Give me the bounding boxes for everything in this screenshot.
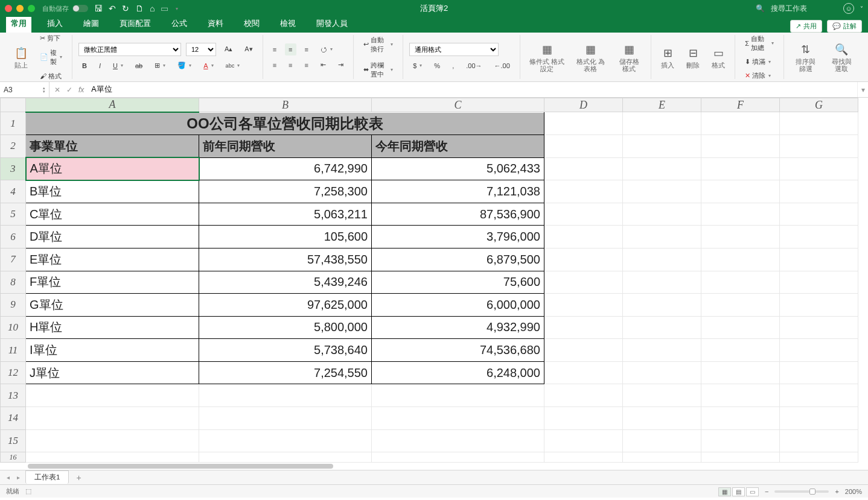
cell[interactable] bbox=[701, 112, 780, 135]
cell[interactable] bbox=[701, 384, 780, 407]
cell[interactable] bbox=[780, 180, 858, 203]
feedback-icon[interactable]: ☺ bbox=[843, 3, 854, 14]
cell[interactable] bbox=[372, 407, 544, 430]
percent-button[interactable]: % bbox=[430, 60, 444, 72]
cell-A7[interactable]: E單位 bbox=[26, 248, 199, 271]
phonetic-button[interactable]: abc bbox=[222, 60, 244, 72]
redo-icon[interactable]: ↻ bbox=[122, 4, 129, 13]
row-header-12[interactable]: 12 bbox=[1, 361, 26, 384]
cell[interactable] bbox=[623, 112, 701, 135]
accept-formula-icon[interactable]: ✓ bbox=[66, 86, 72, 94]
autosave-toggle[interactable] bbox=[72, 5, 88, 12]
cell-B9[interactable]: 97,625,000 bbox=[199, 294, 372, 317]
home-icon[interactable]: ⌂ bbox=[150, 4, 155, 13]
cell[interactable] bbox=[780, 339, 858, 362]
bold-button[interactable]: B bbox=[78, 60, 91, 72]
increase-decimal-button[interactable]: .00→ bbox=[462, 60, 485, 72]
cell-B10[interactable]: 5,800,000 bbox=[199, 316, 372, 339]
cell-C9[interactable]: 6,000,000 bbox=[372, 294, 544, 317]
col-header-G[interactable]: G bbox=[780, 98, 858, 112]
underline-button[interactable]: U bbox=[109, 60, 127, 72]
cell[interactable] bbox=[780, 226, 858, 248]
cell-styles-button[interactable]: ▦儲存格 樣式 bbox=[613, 40, 645, 74]
cell-C4[interactable]: 7,121,038 bbox=[372, 180, 544, 203]
cell[interactable] bbox=[544, 112, 623, 135]
cell[interactable] bbox=[701, 429, 780, 452]
autosum-button[interactable]: Σ 自動加總 bbox=[741, 33, 777, 54]
cell[interactable] bbox=[623, 339, 701, 362]
cell-B6[interactable]: 105,600 bbox=[199, 226, 372, 248]
cell[interactable] bbox=[544, 294, 623, 317]
save-icon[interactable]: 🖫 bbox=[94, 4, 103, 13]
strikethrough-button[interactable]: ab bbox=[132, 60, 146, 72]
currency-button[interactable]: $ bbox=[409, 60, 426, 72]
add-sheet-button[interactable]: + bbox=[72, 473, 85, 483]
cell[interactable] bbox=[701, 135, 780, 158]
cell-B4[interactable]: 7,258,300 bbox=[199, 180, 372, 203]
col-header-F[interactable]: F bbox=[701, 98, 780, 112]
print-icon[interactable]: ▭ bbox=[161, 4, 168, 13]
font-size-combo[interactable]: 12 bbox=[186, 43, 216, 56]
close-icon[interactable] bbox=[5, 5, 12, 12]
cell[interactable] bbox=[623, 248, 701, 271]
ribbon-tab-8[interactable]: 開發人員 bbox=[311, 16, 353, 33]
cell[interactable] bbox=[544, 180, 623, 203]
cancel-formula-icon[interactable]: ✕ bbox=[54, 86, 60, 94]
cell[interactable] bbox=[544, 452, 623, 463]
ribbon-tab-3[interactable]: 頁面配置 bbox=[115, 16, 156, 33]
ribbon-tab-1[interactable]: 插入 bbox=[42, 16, 68, 33]
cell-A4[interactable]: B單位 bbox=[26, 180, 199, 203]
formula-input[interactable] bbox=[89, 86, 857, 94]
row-header-4[interactable]: 4 bbox=[1, 180, 26, 203]
italic-button[interactable]: I bbox=[95, 60, 104, 72]
cell[interactable] bbox=[26, 407, 199, 430]
share-button[interactable]: ↗共用 bbox=[790, 20, 822, 33]
cell-A5[interactable]: C單位 bbox=[26, 203, 199, 226]
cell[interactable] bbox=[623, 157, 701, 180]
col-header-B[interactable]: B bbox=[199, 98, 372, 112]
cell[interactable] bbox=[623, 384, 701, 407]
zoom-level[interactable]: 200% bbox=[845, 488, 862, 495]
cell-B11[interactable]: 5,738,640 bbox=[199, 339, 372, 362]
fill-color-button[interactable]: 🪣 bbox=[174, 60, 195, 72]
row-header-11[interactable]: 11 bbox=[1, 339, 26, 362]
cell-B3[interactable]: 6,742,990 bbox=[199, 157, 372, 180]
cell[interactable] bbox=[544, 135, 623, 158]
cell[interactable] bbox=[372, 429, 544, 452]
clear-button[interactable]: ✕ 清除 bbox=[741, 69, 777, 82]
cell[interactable] bbox=[623, 429, 701, 452]
normal-view-icon[interactable]: ▦ bbox=[718, 487, 731, 496]
undo-icon[interactable]: ↶ bbox=[109, 4, 116, 13]
font-name-combo[interactable]: 微軟正黑體 bbox=[78, 43, 181, 56]
cell[interactable] bbox=[623, 203, 701, 226]
expand-formula-bar-icon[interactable]: ▾ bbox=[857, 82, 868, 97]
row-header-7[interactable]: 7 bbox=[1, 248, 26, 271]
conditional-formatting-button[interactable]: ▦條件式 格式設定 bbox=[526, 40, 567, 74]
cell[interactable] bbox=[544, 429, 623, 452]
select-all-corner[interactable] bbox=[1, 98, 26, 112]
format-cells-button[interactable]: ▭格式 bbox=[708, 44, 729, 71]
page-break-view-icon[interactable]: ▭ bbox=[746, 487, 759, 496]
cell[interactable] bbox=[623, 316, 701, 339]
cell-A8[interactable]: F單位 bbox=[26, 271, 199, 294]
ribbon-tab-5[interactable]: 資料 bbox=[203, 16, 228, 33]
cell-A3[interactable]: A單位 bbox=[26, 157, 199, 180]
align-center-icon[interactable]: ≡ bbox=[285, 59, 296, 71]
cell[interactable] bbox=[623, 452, 701, 463]
cell-C11[interactable]: 74,536,680 bbox=[372, 339, 544, 362]
cell[interactable] bbox=[544, 157, 623, 180]
ribbon-tab-6[interactable]: 校閱 bbox=[239, 16, 264, 33]
cell[interactable] bbox=[623, 361, 701, 384]
cell[interactable] bbox=[701, 316, 780, 339]
align-right-icon[interactable]: ≡ bbox=[301, 59, 312, 71]
row-header-1[interactable]: 1 bbox=[1, 112, 26, 135]
spreadsheet-grid[interactable]: ABCDEFG1OO公司各單位營收同期比較表2事業單位前年同期營收今年同期營收3… bbox=[0, 98, 868, 463]
cell-A6[interactable]: D單位 bbox=[26, 226, 199, 248]
cell[interactable] bbox=[623, 407, 701, 430]
cell[interactable] bbox=[623, 226, 701, 248]
cell[interactable] bbox=[780, 361, 858, 384]
new-icon[interactable]: 🗋 bbox=[135, 4, 144, 13]
row-header-14[interactable]: 14 bbox=[1, 407, 26, 430]
col-header-E[interactable]: E bbox=[623, 98, 701, 112]
cell[interactable] bbox=[372, 384, 544, 407]
